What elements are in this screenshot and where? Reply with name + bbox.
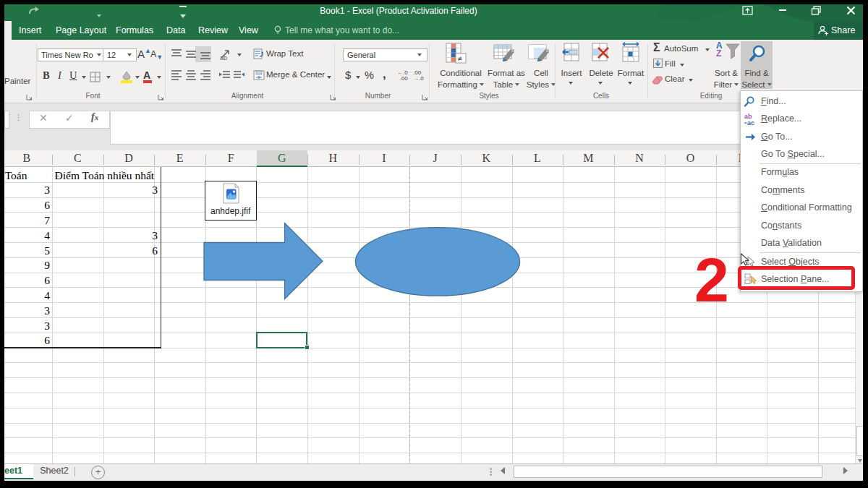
svg-text:ab: ab [220,54,227,61]
svg-text:ac: ac [747,119,754,126]
svg-text:≠: ≠ [458,53,462,62]
